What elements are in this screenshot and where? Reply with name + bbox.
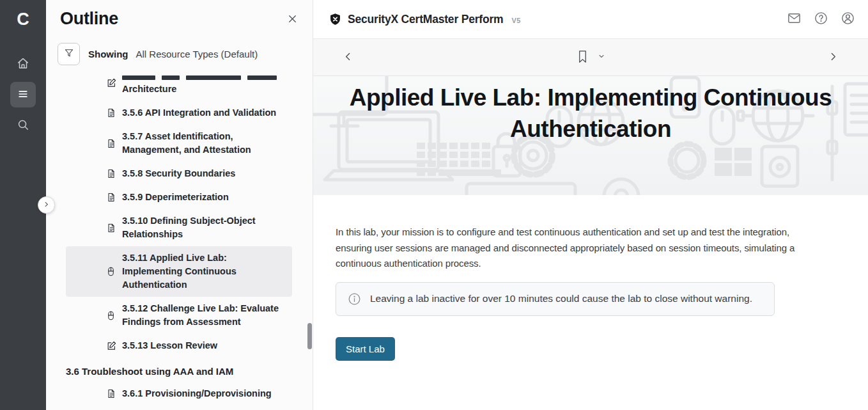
inactivity-notice-text: Leaving a lab inactive for over 10 minut… <box>370 293 752 304</box>
account-icon <box>841 11 855 28</box>
help-icon <box>814 11 828 28</box>
securityx-shield-icon <box>329 13 342 26</box>
doc-icon <box>106 223 117 233</box>
next-page-button[interactable] <box>828 51 839 64</box>
panel-collapse-toggle[interactable] <box>38 196 55 214</box>
outline-item[interactable]: 3.5.7 Asset Identification, Management, … <box>66 125 292 162</box>
outline-list: Architecture3.5.6 API Integration and Va… <box>46 71 313 410</box>
close-outline-button[interactable] <box>286 13 298 27</box>
outline-item-label: 3.5.12 Challenge Live Lab: Evaluate Find… <box>122 302 279 329</box>
home-button[interactable] <box>10 51 36 77</box>
app-window: C Outline <box>0 0 868 410</box>
close-icon <box>286 17 298 27</box>
brand: SecurityX CertMaster Perform V5 <box>329 13 521 26</box>
bookmark-dropdown-button[interactable] <box>598 52 605 62</box>
start-lab-button[interactable]: Start Lab <box>336 337 395 361</box>
info-icon <box>348 292 361 306</box>
outline-item-label: 3.5.11 Applied Live Lab: Implementing Co… <box>122 251 236 292</box>
outline-item-label: 3.5.13 Lesson Review <box>122 339 217 352</box>
outline-item[interactable]: 3.5.6 API Integration and Validation <box>66 101 292 125</box>
bookmark-button[interactable] <box>577 49 589 66</box>
lesson-toolbar <box>313 39 868 76</box>
showing-label: Showing <box>88 49 128 59</box>
account-button[interactable] <box>841 11 855 28</box>
lesson-banner: Applied Live Lab: Implementing Continuou… <box>313 76 868 195</box>
outline-item[interactable]: 3.6.1 Provisioning/Deprovisioning <box>66 382 292 406</box>
main-content: SecurityX CertMaster Perform V5 <box>313 0 868 410</box>
outline-panel: Outline Showing All Resource Types (Defa… <box>46 0 313 410</box>
outline-item-label: 3.5.8 Security Boundaries <box>122 167 235 180</box>
lesson-body: In this lab, your mission is to configur… <box>313 195 868 361</box>
doc-icon <box>106 192 117 203</box>
help-button[interactable] <box>814 11 828 28</box>
resource-type-filter-value: All Resource Types (Default) <box>136 49 258 59</box>
mouse-icon <box>106 310 117 321</box>
outline-item[interactable]: 3.5.8 Security Boundaries <box>66 162 292 185</box>
chevron-right-icon <box>43 200 50 210</box>
outline-item[interactable]: Architecture <box>66 71 292 101</box>
clipped-text-fragments <box>122 71 277 83</box>
filter-button[interactable] <box>58 43 80 65</box>
outline-item[interactable]: 3.5.10 Defining Subject-Object Relations… <box>66 209 292 246</box>
lab-description: In this lab, your mission is to configur… <box>336 225 825 272</box>
outline-item[interactable]: 3.5.11 Applied Live Lab: Implementing Co… <box>66 246 292 297</box>
chevron-right-icon <box>828 51 839 64</box>
product-name: SecurityX CertMaster Perform <box>348 13 503 26</box>
edit-icon <box>106 340 117 351</box>
doc-icon <box>106 168 117 179</box>
product-version: V5 <box>511 17 520 24</box>
outline-menu-button[interactable] <box>10 82 36 107</box>
hamburger-menu-icon <box>17 88 29 102</box>
search-button[interactable] <box>10 113 36 138</box>
outline-title: Outline <box>60 9 118 29</box>
outline-item-label: Architecture <box>122 71 277 96</box>
outline-item-label: 3.6.1 Provisioning/Deprovisioning <box>122 387 272 400</box>
outline-item-label: 3.5.6 API Integration and Validation <box>122 106 276 120</box>
chevron-down-icon <box>598 52 605 62</box>
outline-section-header: 3.6 Troubleshoot using AAA and IAM <box>66 358 292 382</box>
filter-funnel-icon <box>63 47 75 61</box>
outline-scrollbar-thumb[interactable] <box>307 323 312 349</box>
home-icon <box>16 56 30 72</box>
doc-icon <box>106 138 117 149</box>
bookmark-icon <box>577 49 589 66</box>
doc-icon <box>106 107 117 118</box>
outline-item-label: 3.5.9 Deperimeterization <box>122 191 229 204</box>
search-icon <box>16 118 30 134</box>
outline-item[interactable]: 3.5.9 Deperimeterization <box>66 185 292 209</box>
product-header: SecurityX CertMaster Perform V5 <box>313 0 868 39</box>
outline-item-label: 3.5.10 Defining Subject-Object Relations… <box>122 214 256 241</box>
mail-icon <box>787 11 802 28</box>
outline-item[interactable]: 3.5.13 Lesson Review <box>66 334 292 358</box>
lesson-title: Applied Live Lab: Implementing Continuou… <box>313 76 868 145</box>
outline-item[interactable]: 3.5.12 Challenge Live Lab: Evaluate Find… <box>66 297 292 334</box>
previous-page-button[interactable] <box>343 51 353 64</box>
inactivity-notice: Leaving a lab inactive for over 10 minut… <box>336 282 775 316</box>
chevron-left-icon <box>343 51 353 64</box>
mouse-icon <box>106 266 117 277</box>
comptia-logo: C <box>17 8 29 31</box>
doc-icon <box>106 388 117 399</box>
messages-button[interactable] <box>787 11 802 28</box>
outline-item-label: 3.5.7 Asset Identification, Management, … <box>122 130 251 157</box>
edit-icon <box>106 77 117 88</box>
